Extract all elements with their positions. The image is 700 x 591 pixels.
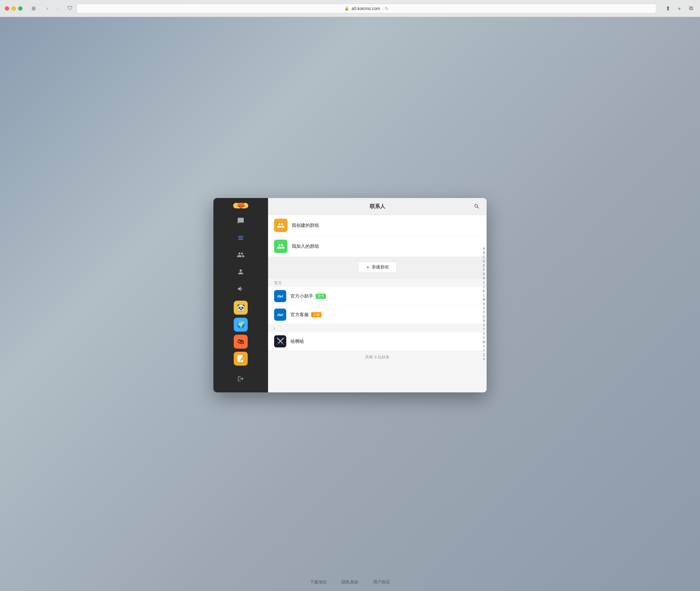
new-group-button[interactable]: 新建群组	[358, 262, 397, 273]
alpha-W[interactable]: W	[482, 340, 485, 344]
sidebar-groups-icon[interactable]	[233, 247, 248, 262]
alpha-Q[interactable]: Q	[483, 315, 485, 319]
back-button[interactable]: ‹	[43, 4, 52, 13]
contact-official-service[interactable]: itel 官方客服 上级	[268, 306, 487, 324]
alpha-L[interactable]: L	[483, 293, 485, 297]
section-i-header: I	[268, 324, 487, 332]
alpha-Z[interactable]: Z	[483, 353, 485, 357]
sidebar-icons: 🐼 🌍 🛍 📝	[213, 213, 268, 371]
nav-buttons: ‹ ›	[43, 4, 61, 13]
my-groups-icon	[274, 219, 287, 232]
sidebar-toggle-button[interactable]: ⊞	[28, 5, 38, 12]
contact-official-assistant[interactable]: itel 官方小助手 官方	[268, 287, 487, 306]
close-button[interactable]	[5, 6, 9, 11]
sidebar-sound-icon[interactable]	[233, 281, 248, 297]
alpha-K[interactable]: K	[483, 289, 485, 293]
alpha-B[interactable]: B	[483, 251, 485, 255]
sidebar-chat-icon[interactable]	[233, 213, 248, 228]
logout-button[interactable]	[233, 371, 248, 386]
my-created-groups-item[interactable]: 我创建的群组	[268, 215, 487, 236]
app-window: 🦊	[213, 198, 487, 392]
alpha-I[interactable]: I	[484, 281, 485, 284]
sidebar-app3[interactable]: 🛍	[234, 335, 248, 349]
alpha-N[interactable]: N	[483, 302, 485, 306]
traffic-lights	[5, 6, 22, 11]
alpha-O[interactable]: O	[483, 306, 485, 310]
sidebar-app2[interactable]: 🌍	[234, 318, 248, 332]
my-groups-label: 我创建的群组	[292, 222, 319, 228]
main-panel: 联系人 我创建的群组	[268, 198, 487, 392]
lock-icon: 🔒	[344, 6, 349, 11]
url-bar[interactable]: 🔒 a0.koicms.com ↻	[76, 4, 656, 13]
footer-agreement-link[interactable]: 用户协议	[373, 580, 390, 585]
haha-name-row: 哈啊哈	[290, 339, 304, 344]
alpha-E[interactable]: E	[483, 264, 485, 268]
official-assistant-avatar: itel	[274, 290, 286, 302]
official-service-name: 官方客服	[290, 312, 309, 318]
shield-icon: 🛡	[67, 5, 73, 11]
contacts-header: 联系人	[268, 198, 487, 215]
contacts-title: 联系人	[370, 203, 385, 210]
alpha-G[interactable]: G	[483, 272, 485, 276]
titlebar: ⊞ ‹ › 🛡 🔒 a0.koicms.com ↻ ⬆ ＋ ⧉	[0, 0, 700, 17]
new-group-label: 新建群组	[372, 265, 389, 270]
sidebar-app1[interactable]: 🐼	[234, 301, 248, 315]
official-section-header: 官方	[268, 278, 487, 287]
tabs-button[interactable]: ⧉	[687, 4, 695, 13]
sidebar: 🦊	[213, 198, 268, 392]
alpha-V[interactable]: V	[483, 336, 485, 340]
refresh-icon[interactable]: ↻	[385, 6, 389, 11]
alpha-A[interactable]: A	[483, 247, 485, 251]
forward-button[interactable]: ›	[53, 4, 61, 13]
alpha-Y[interactable]: Y	[483, 349, 485, 352]
haha-name: 哈啊哈	[290, 339, 304, 344]
contacts-list[interactable]: 我创建的群组 我加入的群组 新建群组	[268, 215, 487, 392]
new-group-area: 新建群组	[268, 257, 487, 278]
alpha-J[interactable]: J	[483, 285, 485, 289]
contacts-footer-text: 共有 3 位好友	[268, 351, 487, 364]
sidebar-app4[interactable]: 📝	[234, 352, 248, 366]
official-service-name-row: 官方客服 上级	[290, 312, 322, 318]
alpha-S[interactable]: S	[483, 323, 485, 327]
user-avatar[interactable]: 🦊	[233, 203, 248, 208]
page-footer: 下载地址 隐私条款 用户协议	[0, 573, 700, 591]
official-assistant-name-row: 官方小助手 官方	[290, 293, 326, 299]
footer-privacy-link[interactable]: 隐私条款	[342, 580, 358, 585]
url-text: a0.koicms.com	[352, 6, 380, 11]
official-service-avatar: itel	[274, 309, 286, 321]
contact-haha[interactable]: ⚔️ 哈啊哈	[268, 332, 487, 351]
official-service-badge: 上级	[311, 312, 322, 317]
joined-groups-icon	[274, 240, 287, 253]
alpha-C[interactable]: C	[483, 255, 485, 259]
alpha-T[interactable]: T	[483, 327, 485, 331]
search-button[interactable]	[472, 202, 482, 211]
alpha-H[interactable]: H	[483, 276, 485, 280]
alpha-M[interactable]: M	[483, 298, 485, 302]
official-assistant-name: 官方小助手	[290, 293, 313, 299]
joined-groups-label: 我加入的群组	[292, 244, 319, 249]
maximize-button[interactable]	[18, 6, 22, 11]
haha-avatar: ⚔️	[274, 335, 286, 347]
alpha-X[interactable]: X	[483, 344, 485, 348]
footer-download-link[interactable]: 下载地址	[310, 580, 327, 585]
joined-groups-item[interactable]: 我加入的群组	[268, 236, 487, 257]
sidebar-contacts-icon[interactable]	[233, 230, 248, 245]
minimize-button[interactable]	[11, 6, 16, 11]
sidebar-profile-icon[interactable]	[233, 264, 248, 279]
titlebar-actions: ⬆ ＋ ⧉	[663, 4, 695, 13]
alpha-index: A B C D E F G H I J K L M N O P Q	[481, 215, 487, 392]
new-tab-button[interactable]: ＋	[675, 4, 684, 13]
sidebar-bottom	[233, 371, 248, 392]
alpha-U[interactable]: U	[483, 332, 485, 336]
alpha-R[interactable]: R	[483, 319, 485, 323]
share-button[interactable]: ⬆	[663, 4, 672, 13]
alpha-P[interactable]: P	[483, 310, 485, 314]
alpha-hash[interactable]: #	[483, 357, 485, 361]
alpha-F[interactable]: F	[483, 268, 485, 272]
main-content: 🦊	[0, 17, 700, 573]
official-assistant-badge: 官方	[316, 294, 326, 299]
alpha-D[interactable]: D	[483, 259, 485, 263]
